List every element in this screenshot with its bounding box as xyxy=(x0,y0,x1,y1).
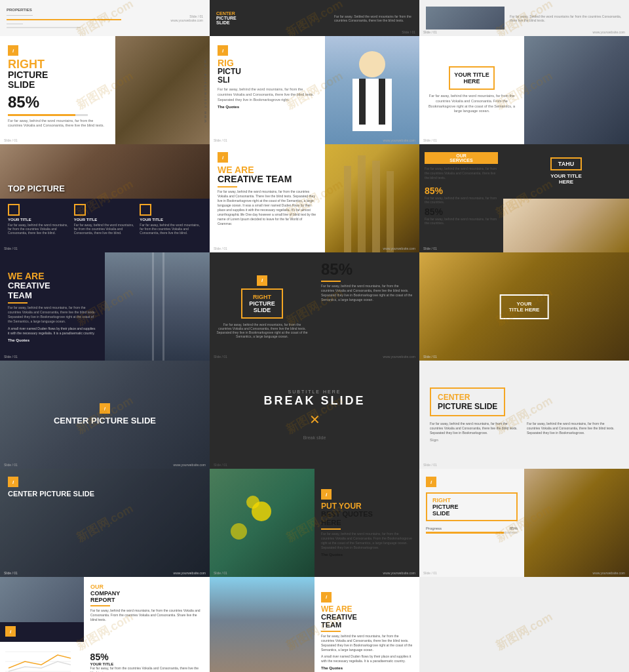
center-content-r5c1: i CENTER PICTURE SLIDE xyxy=(54,403,156,425)
sep-r4c1 xyxy=(8,302,28,304)
col1-r5c3: Far far away, behind the word mountains,… xyxy=(430,422,522,442)
slide-num-r2c1: Slide / 01 xyxy=(4,138,18,142)
left-dark-r7c1: i xyxy=(0,577,84,642)
percent-subtext-r4c2: Far far away, behind the word mountains,… xyxy=(321,284,413,302)
percent2-r3c3: 85% xyxy=(425,207,498,217)
arch-image xyxy=(325,144,419,252)
slide-center-pic-light: CENTER PICTURE SLIDE Far far away, behin… xyxy=(419,361,629,469)
break-label: Break slide xyxy=(303,435,326,440)
dark-img xyxy=(105,252,210,361)
slide-num-r6c1: Slide / 01 xyxy=(4,571,18,575)
slide-num-r6c3: Slide / 01 xyxy=(423,571,437,575)
sign-r5c3: Sign xyxy=(430,438,522,442)
slide-num-r3c1: Slide / 01 xyxy=(4,247,18,250)
title-dark-r6c2: BEST QUOTESHERE xyxy=(321,510,413,526)
subtext-r7c1: Far far away, behind the word mountains,… xyxy=(90,608,203,622)
title-dark-r7c1: COMPANYREPORT xyxy=(90,590,203,603)
top-img-area: TOP PICTURE xyxy=(0,144,210,199)
title-dark-r5c3: PICTURE SLIDE xyxy=(438,402,497,411)
website-r4c2: www.yourwebsite.com xyxy=(383,355,415,359)
watermark-r7c3: 新图网.com xyxy=(493,608,555,654)
title-orange-r5c3: CENTER xyxy=(438,393,497,402)
guitar-image xyxy=(115,36,210,144)
layout-r2c3: YOUR TITLEHERE Far far away, behind the … xyxy=(419,36,629,144)
layout-r5c3: CENTER PICTURE SLIDE Far far away, behin… xyxy=(419,361,629,469)
sep-r4c2 xyxy=(321,281,341,282)
percent2-group: 85% Far far away, behind the word mounta… xyxy=(425,207,498,225)
layout-r3c3: OURSERVICES Far far away, behind the wor… xyxy=(419,144,629,252)
progress-fill-r6c3 xyxy=(426,532,504,534)
right-r4c2: 85% Far far away, behind the word mounta… xyxy=(314,252,419,361)
footer-r3c2: Slide / 01 www.yourwebsite.com xyxy=(210,247,419,250)
rps-right-img-r2c1: www.yourwebsite.com xyxy=(115,36,210,144)
subtitle-break: SUBTITLE HERE xyxy=(288,389,341,394)
tahu-border-box: TAHU xyxy=(550,157,582,170)
footer-r6c2: Slide / 01 www.yourwebsite.com xyxy=(210,571,419,575)
title-dark-r2c1: PICTURESLIDE xyxy=(8,70,107,90)
slide-num-r6c2: Slide / 01 xyxy=(214,571,227,575)
footer-r3c1: Slide / 01 xyxy=(0,247,210,250)
title-orange-r4c1: WE ARE xyxy=(8,271,97,281)
percent1-r3c3: 85% xyxy=(425,186,498,196)
rps-border-r6c3: RIGHT PICTURESLIDE xyxy=(426,492,518,521)
author-r4c1: The Quotes xyxy=(8,338,97,342)
slide-r1c2: CENTER PICTURE SLIDE Far far away. Settl… xyxy=(210,0,419,36)
mini-slide-content: Properties ———————— ————— Slide / 01 www… xyxy=(0,0,210,36)
website-r6c3: www.yourwebsite.com xyxy=(593,571,625,575)
title-orange-r6c2: PUT YOUR xyxy=(321,502,413,510)
rps-layout: i RIGHT PICTURESLIDE 85% Far far away, b… xyxy=(0,36,210,144)
layout-r4c2: i RIGHT PICTURESLIDE Far far away, behin… xyxy=(210,252,419,361)
girl-image xyxy=(524,469,629,577)
footer-r5c2: Slide / 01 xyxy=(210,463,419,467)
col2-r5c3: Far far away, behind the word mountains,… xyxy=(527,422,619,442)
slide-center-hand: i CENTER PICTURE SLIDE Slide / 01 www.yo… xyxy=(0,469,210,577)
subtext2-r5c3: Far far away, behind the word mountains,… xyxy=(527,422,619,435)
layout-r7c2: i WE ARE CREATIVETEAM Far far away, behi… xyxy=(210,577,419,672)
footer-r6c1: Slide / 01 www.yourwebsite.com xyxy=(0,571,210,575)
slide-creative-stones: i WE ARE CREATIVETEAM Far far away, behi… xyxy=(210,577,419,672)
tag-r5c1: i xyxy=(100,403,110,414)
slide-center-pic-dark: i CENTER PICTURE SLIDE Slide / 01 www.yo… xyxy=(0,361,210,469)
col1-text: Far far away, behind the word mountains,… xyxy=(8,223,70,235)
layout-r7c1: i OUR COMPANYREPORT Far far away, behind… xyxy=(0,577,210,672)
slides-grid: Properties ———————— ————— Slide / 01 www… xyxy=(0,0,629,672)
our-services-label: OURSERVICES xyxy=(425,152,498,164)
title-orange-r3c2: WE ARE xyxy=(218,165,317,174)
right-r3c3: TAHU YOUR TITLEHERE xyxy=(503,144,629,252)
tag-r7c1: i xyxy=(5,626,16,637)
tag-r7c2: i xyxy=(321,592,332,603)
title-overlay-r4c3: YOURTITLE HERE xyxy=(500,294,549,319)
services-subtext: Far far away, behind the word mountains,… xyxy=(425,167,498,180)
slide-quotes-flower: i PUT YOUR BEST QUOTESHERE Far far away,… xyxy=(210,469,419,577)
vertical-website-r2c1: www.yourwebsite.com xyxy=(203,58,207,122)
slide-num-r2c2: Slide / 01 xyxy=(214,138,227,142)
footer-r4c2: Slide / 01 www.yourwebsite.com xyxy=(210,355,419,359)
percent-group: 85% Far far away, behind the word mounta… xyxy=(425,186,498,204)
slide-num-r5c1: Slide / 01 xyxy=(4,463,18,467)
progress-label-r6c3: Progress xyxy=(426,526,442,530)
break-slide-content: SUBTITLE HERE BREAK SLIDE ✕ Break slide xyxy=(210,361,419,469)
footer-r2c3: Slide / 01 xyxy=(419,138,629,142)
title-orange-r2c1: RIGHT xyxy=(8,58,107,70)
suit-man-image xyxy=(325,36,419,144)
layout-r6c1: i CENTER PICTURE SLIDE xyxy=(0,469,210,577)
footer-r4c1: Slide / 01 xyxy=(0,355,210,359)
subtext-r2c2: Far far away, behind the word mountains,… xyxy=(218,87,317,102)
slide-num-r4c1: Slide / 01 xyxy=(4,355,18,359)
footer-r5c1: Slide / 01 www.yourwebsite.com xyxy=(0,463,210,467)
slide-num-r4c3: Slide / 01 xyxy=(423,355,437,359)
slide-num-r4c2: Slide / 01 xyxy=(214,355,227,359)
subtext1-r4c1: Far far away, behind the word mountains,… xyxy=(8,306,97,324)
slide-num-r3c2: Slide / 01 xyxy=(214,247,227,250)
layout-r4c1: WE ARE CREATIVETEAM Far far away, behind… xyxy=(0,252,210,361)
subtext-r4c2: Far far away, behind the word mountains,… xyxy=(216,323,308,338)
tahu-box: TAHU YOUR TITLEHERE xyxy=(503,144,629,199)
website-r6c1: www.yourwebsite.com xyxy=(174,571,206,575)
report-bg-img xyxy=(0,577,84,622)
author-r7c2: The Quotes xyxy=(321,666,413,670)
website-r1c3: www.yourwebsite.com xyxy=(593,30,625,34)
title-orange-r7c1: OUR xyxy=(90,583,203,590)
slide-company-report: i OUR COMPANYREPORT Far far away, behind… xyxy=(0,577,210,672)
slide-num-r2c3: Slide / 01 xyxy=(423,138,437,142)
content-r6c1: i CENTER PICTURE SLIDE xyxy=(8,477,94,498)
